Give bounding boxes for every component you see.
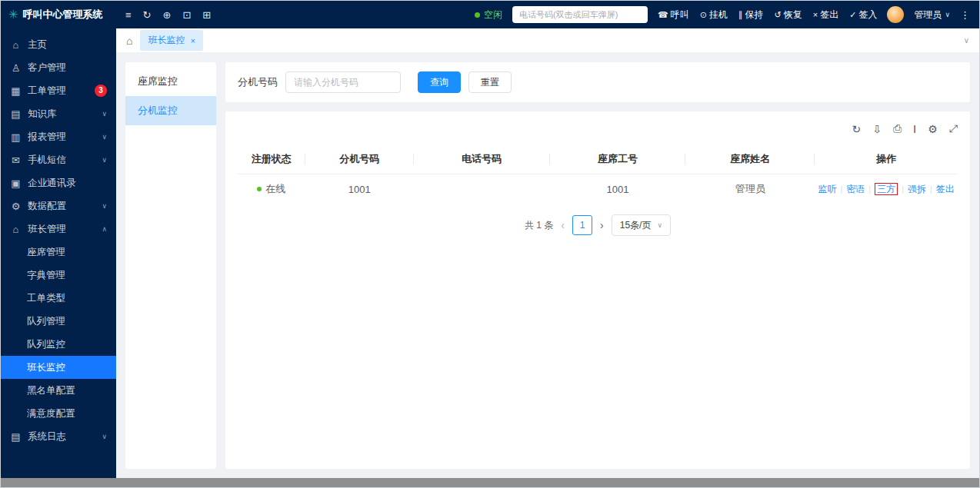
expand-icon[interactable]: ⤢ (949, 122, 958, 135)
column-header-座席工号: 座席工号 (550, 144, 686, 174)
chevron-icon: ∨ (102, 202, 107, 210)
user-name: 管理员 (914, 8, 942, 22)
hold-button[interactable]: ∥保持 (738, 8, 764, 22)
phone-number-input[interactable] (512, 6, 648, 23)
submenu-item-座席监控[interactable]: 座席监控 (125, 67, 216, 96)
refresh-icon[interactable]: ↻ (852, 123, 861, 135)
page-number-button[interactable]: 1 (572, 215, 592, 235)
app-title: 呼叫中心管理系统 (23, 8, 103, 22)
op-强拆-link[interactable]: 强拆 (908, 184, 926, 194)
submenu-item-分机监控[interactable]: 分机监控 (125, 96, 216, 125)
status-cell: 在线 (238, 174, 305, 204)
tab-monitor[interactable]: 班长监控 × (140, 30, 202, 51)
table-row: 在线10011001管理员监听|密语|三方|强拆|签出 (238, 174, 958, 204)
sidebar-item-座席管理[interactable]: 座席管理 (1, 241, 116, 264)
sidebar-item-企业通讯录[interactable]: ▣企业通讯录 (1, 171, 116, 194)
hangup-button[interactable]: ⊙挂机 (700, 8, 728, 22)
op-separator: | (902, 184, 904, 194)
sidebar-item-label: 工单类型 (27, 292, 65, 305)
sidebar-item-班长管理[interactable]: ⌂班长管理∧ (1, 217, 116, 241)
call-icon: ☎ (658, 10, 668, 20)
sidebar-item-工单类型[interactable]: 工单类型 (1, 287, 116, 310)
sidebar-item-label: 系统日志 (28, 430, 66, 443)
column-header-注册状态: 注册状态 (238, 144, 305, 174)
prev-page-button[interactable]: ‹ (561, 219, 565, 231)
extension-filter-label: 分机号码 (238, 75, 278, 89)
sidebar-item-label: 黑名单配置 (27, 384, 75, 397)
op-密语-link[interactable]: 密语 (846, 184, 865, 194)
customer-icon: ♙ (10, 62, 22, 74)
sidebar-item-客户管理[interactable]: ♙客户管理 (1, 56, 116, 79)
row-height-icon[interactable]: Ⅰ (913, 123, 916, 135)
collapse-menu-icon[interactable]: ≡ (125, 9, 132, 21)
sidebar-item-主页[interactable]: ⌂主页 (1, 33, 116, 56)
column-header-分机号码: 分机号码 (305, 144, 414, 174)
agent-status: 空闲 (475, 8, 502, 22)
sidebar-item-label: 座席管理 (27, 246, 65, 259)
sidebar-item-班长监控[interactable]: 班长监控 (1, 356, 116, 379)
sidebar-item-label: 班长管理 (28, 223, 66, 236)
sms-icon: ✉ (10, 154, 22, 166)
extension-table: 注册状态分机号码电话号码座席工号座席姓名操作 在线10011001管理员监听|密… (238, 144, 958, 204)
sidebar-item-label: 满意度配置 (27, 407, 75, 420)
user-menu[interactable]: 管理员 ∨ (914, 8, 950, 22)
knowledge-icon: ▤ (10, 108, 22, 120)
sidebar-item-报表管理[interactable]: ▥报表管理∨ (1, 125, 116, 148)
sidebar-item-工单管理[interactable]: ▦工单管理3 (1, 79, 116, 102)
sidebar-item-满意度配置[interactable]: 满意度配置 (1, 402, 116, 425)
close-icon[interactable]: × (190, 36, 195, 45)
sign-in-icon: ✓ (849, 10, 856, 20)
sidebar-item-队列监控[interactable]: 队列监控 (1, 333, 116, 356)
workorder-icon: ▦ (10, 85, 22, 97)
chevron-icon: ∨ (102, 433, 107, 440)
resume-button[interactable]: ↺恢复 (775, 8, 802, 22)
sign-out-button[interactable]: ×签出 (813, 8, 838, 22)
fullscreen-icon[interactable]: ⊡ (182, 9, 191, 21)
download-icon[interactable]: ⇩ (872, 123, 882, 135)
sidebar-item-知识库[interactable]: ▤知识库∨ (1, 102, 116, 125)
more-menu-icon[interactable]: ⋮ (960, 9, 970, 21)
sidebar-item-数据配置[interactable]: ⚙数据配置∨ (1, 194, 116, 217)
status-label: 空闲 (484, 8, 502, 22)
sidebar-item-手机短信[interactable]: ✉手机短信∨ (1, 148, 116, 171)
chevron-down-icon: ∨ (945, 11, 950, 18)
avatar[interactable] (887, 6, 904, 23)
call-actions: ☎呼叫⊙挂机∥保持↺恢复×签出✓签入 (658, 8, 877, 22)
main-column: 分机号码 查询 重置 ↻⇩⎙Ⅰ⚙⤢ 注册状态分机号码电话号码座席工号座席姓名操作… (225, 62, 970, 469)
op-监听-link[interactable]: 监听 (818, 184, 836, 194)
sidebar-item-label: 报表管理 (28, 131, 66, 144)
refresh-icon[interactable]: ↻ (143, 9, 152, 21)
topbar-right: 空闲 ☎呼叫⊙挂机∥保持↺恢复×签出✓签入 管理员 ∨ ⋮ (475, 6, 970, 23)
sign-in-button[interactable]: ✓签入 (849, 8, 877, 22)
hangup-icon: ⊙ (700, 10, 707, 20)
open-window-icon[interactable]: ⊞ (202, 9, 211, 21)
print-icon[interactable]: ⎙ (893, 122, 902, 135)
sidebar-item-黑名单配置[interactable]: 黑名单配置 (1, 379, 116, 402)
tab-bar: ⌂ 班长监控 × ∨ (116, 28, 979, 53)
page-size-value: 15条/页 (620, 219, 652, 232)
globe-icon[interactable]: ⊕ (163, 9, 172, 21)
sidebar-item-label: 队列管理 (27, 315, 65, 328)
reset-button[interactable]: 重置 (468, 71, 512, 93)
sidebar-item-label: 班长监控 (27, 361, 65, 374)
extension-cell: 1001 (305, 174, 414, 204)
page-size-select[interactable]: 15条/页 ∨ (612, 214, 671, 236)
op-三方-link[interactable]: 三方 (875, 183, 898, 195)
pagination-total: 共 1 条 (525, 219, 553, 232)
home-tab-icon[interactable]: ⌂ (126, 35, 132, 47)
table-card: ↻⇩⎙Ⅰ⚙⤢ 注册状态分机号码电话号码座席工号座席姓名操作 在线10011001… (225, 111, 970, 469)
column-header-电话号码: 电话号码 (414, 144, 550, 174)
monitor-submenu: 座席监控分机监控 (125, 62, 216, 469)
op-签出-link[interactable]: 签出 (936, 184, 955, 194)
column-header-操作: 操作 (815, 144, 958, 174)
call-button[interactable]: ☎呼叫 (658, 8, 689, 22)
query-button[interactable]: 查询 (418, 71, 461, 93)
home-icon: ⌂ (10, 39, 22, 51)
column-settings-icon[interactable]: ⚙ (928, 123, 938, 135)
sidebar-item-字典管理[interactable]: 字典管理 (1, 264, 116, 287)
next-page-button[interactable]: › (600, 219, 604, 231)
sidebar-item-队列管理[interactable]: 队列管理 (1, 310, 116, 333)
chevron-down-icon[interactable]: ∨ (964, 36, 969, 45)
sidebar-item-系统日志[interactable]: ▤系统日志∨ (1, 425, 116, 448)
extension-number-input[interactable] (285, 71, 401, 93)
